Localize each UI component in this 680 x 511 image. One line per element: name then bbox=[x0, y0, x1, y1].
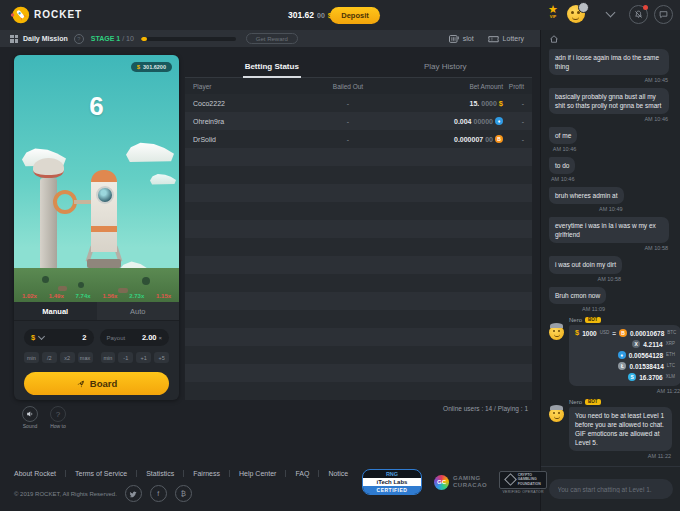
multiplier-chip: 7.74x bbox=[76, 293, 91, 299]
bot-avatar-icon bbox=[549, 325, 564, 340]
ltc-coin-icon: Ł bbox=[618, 362, 626, 370]
quick-button[interactable]: min bbox=[101, 352, 116, 363]
bet-amount-dim: 0000 bbox=[481, 100, 497, 107]
betting-board: Betting Status Play History PlayerBailed… bbox=[185, 55, 532, 412]
bet-controls: $ 2 Payout 2.00 × min/2x2max min-1+1+5 bbox=[14, 321, 179, 395]
rate-code: ETH bbox=[666, 352, 675, 358]
multiplier-chip: 1.56x bbox=[102, 293, 117, 299]
chat-input[interactable] bbox=[549, 479, 673, 499]
rate-value: 4.2114 bbox=[643, 340, 663, 349]
slot-label: slot bbox=[463, 35, 474, 42]
rate-row: S16.3706XLM bbox=[575, 372, 675, 383]
bot-name-text: Nero bbox=[569, 317, 582, 323]
get-reward-button[interactable]: Get Reward bbox=[246, 33, 298, 44]
quick-button[interactable]: -1 bbox=[118, 352, 133, 363]
twitter-icon[interactable] bbox=[125, 485, 142, 502]
message-timestamp: AM 11:22 bbox=[569, 388, 680, 394]
home-icon[interactable] bbox=[549, 34, 559, 44]
rate-value: 16.3706 bbox=[639, 373, 663, 382]
gaming-curacao-badge[interactable]: GC GAMING CURACAO bbox=[434, 475, 487, 490]
quick-button[interactable]: /2 bbox=[42, 352, 57, 363]
gaming-curacao-logo: GC bbox=[434, 475, 449, 490]
nav-lottery[interactable]: Lottery bbox=[488, 35, 524, 43]
rocket-illustration bbox=[86, 162, 122, 274]
btc-coin-icon: B bbox=[619, 329, 627, 337]
slot-machine-icon bbox=[449, 35, 459, 43]
quick-button[interactable]: +1 bbox=[136, 352, 151, 363]
footer-link[interactable]: Notice bbox=[319, 470, 357, 477]
facebook-icon[interactable]: f bbox=[150, 485, 167, 502]
tab-play-history[interactable]: Play History bbox=[359, 55, 533, 77]
messages-icon[interactable] bbox=[654, 5, 673, 24]
stage-total: / 10 bbox=[122, 35, 134, 42]
board-tabs: Betting Status Play History bbox=[185, 55, 532, 78]
diamond-icon bbox=[504, 473, 517, 486]
app-header: ROCKET 301.6200 $ Deposit ★ VIP bbox=[0, 0, 680, 30]
rate-code: BTC bbox=[667, 330, 676, 336]
table-row-empty bbox=[185, 184, 532, 202]
notifications-bell-icon[interactable] bbox=[629, 5, 648, 24]
stage-label: STAGE 1 bbox=[91, 35, 120, 42]
equals-sign: = bbox=[612, 329, 616, 338]
bet-amount-field[interactable]: $ 2 bbox=[24, 329, 94, 346]
bailed-out-value: - bbox=[305, 118, 391, 125]
speaker-icon bbox=[26, 410, 34, 418]
footer-link[interactable]: FAQ bbox=[286, 470, 319, 477]
bet-amount-dim: 00 bbox=[485, 136, 493, 143]
user-avatar[interactable] bbox=[567, 5, 585, 23]
bailed-out-value: - bbox=[305, 136, 391, 143]
rocket-logo-icon[interactable] bbox=[10, 5, 30, 25]
nav-slot[interactable]: slot bbox=[449, 35, 474, 43]
crypto-gambling-foundation-badge[interactable]: CRYPTO GAMBLING FOUNDATION VERIFIED OPER… bbox=[499, 471, 547, 494]
table-row: Ohrein9ra-0.00400000♦- bbox=[185, 112, 532, 130]
cloud bbox=[150, 173, 176, 185]
multiplier-chip: 1.02x bbox=[22, 293, 37, 299]
rate-row: X4.2114XRP bbox=[575, 339, 675, 350]
footer-link[interactable]: Terms of Service bbox=[66, 470, 137, 477]
footer-link[interactable]: Help Center bbox=[230, 470, 286, 477]
quick-button[interactable]: x2 bbox=[60, 352, 75, 363]
countdown-timer: 6 bbox=[14, 91, 179, 122]
bitcoin-icon[interactable]: ₿ bbox=[175, 485, 192, 502]
message-timestamp: AM 10:46 bbox=[549, 146, 576, 152]
table-header: PlayerBailed OutBet AmountProfit bbox=[185, 78, 532, 94]
board-button[interactable]: Board bbox=[24, 372, 169, 395]
launch-tower bbox=[28, 152, 72, 270]
chat-header bbox=[541, 30, 680, 47]
player-name: Ohrein9ra bbox=[193, 118, 305, 125]
chat-input-bar bbox=[541, 466, 680, 511]
quick-button[interactable]: +5 bbox=[154, 352, 169, 363]
tab-auto[interactable]: Auto bbox=[97, 302, 180, 320]
lottery-ticket-icon bbox=[488, 35, 499, 43]
chat-bubble: adn if i loose again ima do the same thi… bbox=[549, 49, 669, 75]
footer-link[interactable]: Fairness bbox=[184, 470, 230, 477]
vip-star-icon[interactable]: ★ VIP bbox=[545, 4, 561, 19]
account-chevron-down-icon[interactable] bbox=[606, 8, 616, 18]
table-row-empty bbox=[185, 346, 532, 364]
deposit-button[interactable]: Deposit bbox=[330, 7, 380, 24]
daily-mission-icon bbox=[10, 35, 18, 43]
howto-button[interactable]: ? How to bbox=[50, 406, 66, 429]
itech-labs-badge[interactable]: RNG iTech Labs CERTIFIED bbox=[362, 469, 422, 495]
bet-amount-dim: 00000 bbox=[474, 118, 493, 125]
quick-button[interactable]: max bbox=[78, 352, 93, 363]
footer-link[interactable]: About Rocket bbox=[14, 470, 66, 477]
footer-link[interactable]: Statistics bbox=[137, 470, 184, 477]
lottery-label: Lottery bbox=[503, 35, 524, 42]
certification-badges: RNG iTech Labs CERTIFIED GC GAMING CURAC… bbox=[362, 469, 547, 495]
sound-toggle[interactable]: Sound bbox=[22, 406, 38, 429]
message-timestamp: AM 10:58 bbox=[549, 245, 668, 251]
payout-quick-buttons: min-1+1+5 bbox=[101, 352, 170, 363]
bet-currency-select[interactable]: $ bbox=[31, 333, 35, 342]
payout-field[interactable]: Payout 2.00 × bbox=[100, 329, 170, 346]
rate-row: Ł0.01538414LTC bbox=[575, 361, 675, 372]
daily-mission-label[interactable]: Daily Mission bbox=[23, 35, 68, 42]
chat-bubble: i was out doin my dirt bbox=[549, 256, 622, 273]
rate-value: 0.00010678 bbox=[630, 329, 664, 338]
chat-message-bot: NeroBOT$1000USD=B0.00010678BTCX4.2114XRP… bbox=[549, 317, 672, 398]
chat-bubble: everytime i was in la i was w my ex girl… bbox=[549, 217, 669, 243]
tab-manual[interactable]: Manual bbox=[14, 302, 97, 320]
tab-betting-status[interactable]: Betting Status bbox=[185, 55, 359, 77]
info-icon[interactable]: ? bbox=[74, 34, 84, 44]
quick-button[interactable]: min bbox=[24, 352, 39, 363]
